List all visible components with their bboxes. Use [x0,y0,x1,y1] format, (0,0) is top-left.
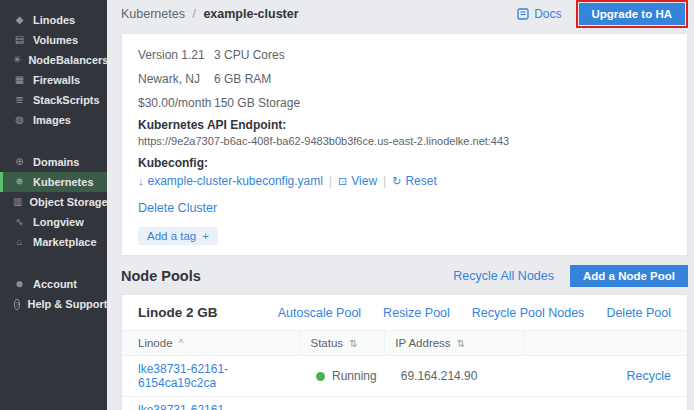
images-icon: ◍ [13,115,26,125]
node-pool-card: Linode 2 GB Autoscale Pool Resize Pool R… [121,294,688,410]
cluster-storage: 150 GB Storage [214,96,300,110]
kubeconfig-view-link[interactable]: ⊡ View [338,174,377,188]
sort-icon: ⇅ [349,338,357,349]
main-area: Kubernetes / example-cluster Docs Upgrad… [107,0,694,410]
separator: | [383,174,386,188]
spec-row: $30.00/month 150 GB Storage [138,91,671,115]
column-header-ip-address[interactable]: IP Address ⇅ [385,331,525,356]
sort-icon: ⇅ [457,338,465,349]
help-icon: ? [14,299,20,310]
add-tag-label: Add a tag [147,230,196,242]
node-name-link[interactable]: lke38731-62161-6154ca19e885 [122,397,300,410]
volumes-icon: ▤ [13,35,26,45]
download-icon: ↓ [138,175,144,187]
column-header-status[interactable]: Status ⇅ [300,331,385,356]
sidebar: ◆ Linodes ▤ Volumes ✳ NodeBalancers ▦ Fi… [0,0,107,410]
sidebar-item-nodebalancers[interactable]: ✳ NodeBalancers [0,50,107,70]
stackscripts-icon: ≣ [13,95,26,105]
sidebar-item-domains[interactable]: ⊕ Domains [0,152,107,172]
sidebar-item-label: Object Storage [29,196,107,208]
cluster-cpu: 3 CPU Cores [214,48,285,62]
breadcrumb-separator: / [192,7,195,21]
pool-name: Linode 2 GB [138,305,218,320]
nodes-table-header-row: Linode ^ Status ⇅ IP Address ⇅ [122,331,687,356]
column-header-actions [525,331,687,356]
sort-asc-icon: ^ [179,338,184,349]
kubernetes-icon: ✵ [13,177,26,187]
docs-link[interactable]: Docs [517,7,561,21]
marketplace-icon: ⌂ [13,237,26,247]
sidebar-item-account[interactable]: ☻ Account [0,274,107,294]
cluster-specs: Version 1.21 3 CPU Cores Newark, NJ 6 GB… [138,43,671,115]
sidebar-item-stackscripts[interactable]: ≣ StackScripts [0,90,107,110]
add-node-pool-button[interactable]: Add a Node Pool [570,265,688,287]
node-pools-actions: Recycle All Nodes Add a Node Pool [453,265,688,287]
recycle-all-nodes-link[interactable]: Recycle All Nodes [453,269,554,283]
kubeconfig-filename: example-cluster-kubeconfig.yaml [148,174,323,188]
table-row: lke38731-62161-6154ca19e885 Running 45.7… [122,397,687,410]
sidebar-item-kubernetes[interactable]: ✵ Kubernetes [0,172,107,192]
kubeconfig-row: ↓ example-cluster-kubeconfig.yaml | ⊡ Vi… [138,174,671,188]
recycle-node-link[interactable]: Recycle [627,369,671,383]
sidebar-item-label: Longview [33,216,84,228]
sidebar-item-label: Help & Support [27,298,107,310]
spec-row: Version 1.21 3 CPU Cores [138,43,671,67]
resize-pool-link[interactable]: Resize Pool [383,306,450,320]
sidebar-divider [0,130,107,152]
sidebar-item-label: Images [33,114,71,126]
sidebar-item-longview[interactable]: ∿ Longview [0,212,107,232]
domains-icon: ⊕ [13,157,26,167]
status-dot-icon [316,372,325,381]
node-ip: 45.79.191.250 [385,397,525,410]
cluster-version: Version 1.21 [138,48,214,62]
kubeconfig-download-link[interactable]: ↓ example-cluster-kubeconfig.yaml [138,174,323,188]
node-name-link[interactable]: lke38731-62161-6154ca19c2ca [122,356,300,397]
account-icon: ☻ [13,279,26,289]
kubeconfig-reset-link[interactable]: ↻ Reset [392,174,437,188]
docs-icon [517,8,529,20]
upgrade-to-ha-button[interactable]: Upgrade to HA [579,3,686,25]
tags-row: Add a tag + [138,226,671,245]
api-endpoint-value: https://9e2a7307-b6ac-408f-ba62-9483b0b3… [138,135,671,147]
breadcrumb-cluster-name: example-cluster [203,7,298,21]
kubeconfig-label: Kubeconfig: [138,156,671,170]
recycle-pool-nodes-link[interactable]: Recycle Pool Nodes [472,306,585,320]
plus-icon: + [202,230,209,242]
annotation-highlight-box: Upgrade to HA [576,0,689,28]
view-icon: ⊡ [338,175,347,188]
sidebar-item-label: Linodes [33,14,75,26]
sidebar-item-marketplace[interactable]: ⌂ Marketplace [0,232,107,252]
separator: | [329,174,332,188]
delete-cluster-link[interactable]: Delete Cluster [138,201,217,215]
sidebar-item-label: Volumes [33,34,78,46]
delete-pool-link[interactable]: Delete Pool [606,306,671,320]
breadcrumb-kubernetes-link[interactable]: Kubernetes [121,7,185,21]
node-pools-title: Node Pools [121,268,201,284]
sidebar-item-images[interactable]: ◍ Images [0,110,107,130]
cluster-price: $30.00/month [138,96,214,110]
reset-label: Reset [405,174,436,188]
sidebar-item-label: Marketplace [33,236,97,248]
content-area: Version 1.21 3 CPU Cores Newark, NJ 6 GB… [107,28,694,410]
sidebar-item-linodes[interactable]: ◆ Linodes [0,10,107,30]
firewalls-icon: ▦ [13,75,26,85]
sidebar-item-volumes[interactable]: ▤ Volumes [0,30,107,50]
add-tag-button[interactable]: Add a tag + [138,227,218,245]
cluster-region: Newark, NJ [138,72,214,86]
sidebar-item-label: Firewalls [33,74,80,86]
pool-head: Linode 2 GB Autoscale Pool Resize Pool R… [122,295,687,330]
cluster-ram: 6 GB RAM [214,72,271,86]
column-header-linode[interactable]: Linode ^ [122,331,300,356]
nodes-table: Linode ^ Status ⇅ IP Address ⇅ [122,330,687,410]
sidebar-item-firewalls[interactable]: ▦ Firewalls [0,70,107,90]
linodes-icon: ◆ [13,15,26,25]
longview-icon: ∿ [13,217,26,227]
status-badge: Running [316,369,377,383]
sidebar-item-object-storage[interactable]: ▥ Object Storage [0,192,107,212]
table-row: lke38731-62161-6154ca19c2ca Running 69.1… [122,356,687,397]
pool-action-links: Autoscale Pool Resize Pool Recycle Pool … [278,306,671,320]
sidebar-item-help-support[interactable]: ? Help & Support [0,294,107,314]
api-endpoint-label: Kubernetes API Endpoint: [138,118,671,132]
autoscale-pool-link[interactable]: Autoscale Pool [278,306,361,320]
topbar: Kubernetes / example-cluster Docs Upgrad… [107,0,694,28]
